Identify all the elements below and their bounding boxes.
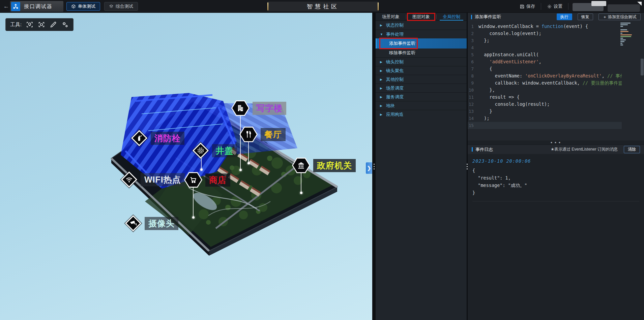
- run-button[interactable]: 执行: [557, 13, 572, 20]
- log-resize-handle[interactable]: ● ● ●: [468, 140, 644, 145]
- section-label: 其他控制: [386, 76, 404, 83]
- tab-label: 全局控制: [443, 14, 460, 20]
- clear-log-button[interactable]: 清除: [624, 146, 640, 153]
- layers-icon: [109, 4, 114, 9]
- manhole-icon[interactable]: [192, 142, 209, 159]
- marker-ground-dot: [247, 162, 250, 164]
- panel-section-group: ▶镜头聚焦: [376, 66, 467, 75]
- section-镜头控制[interactable]: ▶镜头控制: [376, 57, 467, 66]
- code-text: eventName: 'onClickOverlayByAreaResult',…: [478, 72, 622, 79]
- topbar-tab-综合测试[interactable]: 综合测试: [104, 2, 138, 11]
- map-marker-WIFI热点[interactable]: WIFI热点: [121, 171, 185, 188]
- topbar-tab-单体测试[interactable]: 单体测试: [66, 2, 100, 11]
- save-button[interactable]: 保存: [514, 3, 541, 10]
- code-text: }: [478, 108, 622, 115]
- minimap-line: [620, 34, 632, 35]
- map-toolbar: 工具:: [5, 18, 74, 31]
- code-text: [478, 122, 622, 129]
- locate-tool[interactable]: [26, 21, 33, 28]
- section-应用构造[interactable]: ▶应用构造: [376, 110, 467, 119]
- tab-全局控制[interactable]: 全局控制: [436, 13, 467, 21]
- section-label: 地块: [386, 103, 395, 109]
- restaurant-icon[interactable]: [239, 126, 258, 142]
- item-label: 移除事件监听: [389, 50, 415, 56]
- line-number: 7: [468, 65, 478, 72]
- gold-bar-right: [378, 2, 379, 10]
- section-状态控制[interactable]: ▶状态控制: [376, 21, 467, 30]
- section-事件处理[interactable]: ▼事件处理: [376, 30, 467, 38]
- log-timestamp: 2023-10-10 20:00:06: [472, 158, 639, 164]
- map-marker-label: 餐厅: [261, 128, 286, 141]
- section-场景调度[interactable]: ▶场景调度: [376, 84, 467, 92]
- topbar-tabs: 单体测试综合测试: [66, 2, 138, 11]
- editor-minimap[interactable]: [620, 23, 633, 46]
- section-地块[interactable]: ▶地块: [376, 101, 467, 110]
- line-number: 14: [468, 115, 478, 122]
- editor-scrollbar[interactable]: [641, 21, 644, 140]
- map-marker-消防栓[interactable]: 消防栓: [131, 130, 184, 147]
- panel-expand-button[interactable]: ❯: [366, 162, 372, 174]
- code-text: [478, 44, 622, 51]
- map-viewport[interactable]: 工具: 写字楼消防栓餐厅井盖政府机关WIFI热点商店摄像头 ❯: [0, 13, 372, 320]
- topbar-tab-label: 综合测试: [116, 3, 133, 9]
- map-marker-摄像头[interactable]: 摄像头: [125, 215, 178, 232]
- settings-tool[interactable]: [61, 21, 69, 28]
- section-其他控制[interactable]: ▶其他控制: [376, 75, 467, 84]
- line-number: 2: [468, 30, 478, 37]
- map-marker-商店[interactable]: 商店: [184, 172, 230, 188]
- panel-editor-drag-handle[interactable]: [467, 13, 468, 320]
- item-移除事件监听[interactable]: 移除事件监听: [376, 49, 467, 57]
- editor-title: 添加事件监听: [475, 14, 501, 20]
- line-number: 4: [468, 44, 478, 51]
- code-text: };: [478, 37, 622, 44]
- code-line: 4: [468, 44, 622, 51]
- event-log-header: 事件日志 ★表示通过 EventListener 订阅的消息 清除: [468, 145, 644, 154]
- map-marker-label: 政府机关: [313, 159, 356, 172]
- code-text: console.log(result);: [478, 101, 622, 108]
- line-number: 13: [468, 108, 478, 115]
- section-镜头聚焦[interactable]: ▶镜头聚焦: [376, 66, 467, 75]
- map-panel-drag-handle[interactable]: [372, 13, 376, 320]
- add-to-suite-button[interactable]: ＋ 添加至综合测试: [598, 13, 641, 20]
- section-label: 状态控制: [386, 22, 404, 28]
- header-accent-bar: [471, 15, 472, 19]
- topbar: ← 接口调试器 单体测试综合测试 智慧社区 保存设置帮助: [0, 0, 644, 13]
- code-editor[interactable]: 1window.eventCallback = function(event) …: [468, 21, 644, 140]
- fire-extinguisher-icon[interactable]: [131, 130, 148, 147]
- map-marker-政府机关[interactable]: 政府机关: [292, 157, 356, 173]
- tab-label: 图层对象: [412, 14, 430, 20]
- capture-tool[interactable]: [38, 21, 45, 28]
- office-building-icon[interactable]: [231, 100, 250, 116]
- settings-button[interactable]: 设置: [541, 3, 568, 10]
- item-添加事件监听[interactable]: 添加事件监听: [376, 38, 467, 49]
- minimap-line: [620, 36, 631, 37]
- government-icon[interactable]: [292, 157, 310, 173]
- action-label: 保存: [526, 3, 535, 9]
- reset-button[interactable]: 恢复: [578, 13, 593, 20]
- map-marker-餐厅[interactable]: 餐厅: [239, 126, 286, 142]
- map-marker-井盖[interactable]: 井盖: [192, 142, 237, 159]
- header-accent-bar: [472, 147, 473, 152]
- chevron-right-icon: ▶: [380, 78, 383, 81]
- minimap-line: [620, 23, 631, 24]
- section-label: 服务调度: [386, 94, 404, 100]
- code-line: 2 console.log(event);: [468, 30, 622, 37]
- code-text: {: [478, 65, 622, 72]
- scrollbar-thumb[interactable]: [641, 59, 644, 75]
- back-button[interactable]: ←: [3, 3, 9, 10]
- draw-tool[interactable]: [50, 21, 57, 28]
- editor-panel: 添加事件监听 执行 恢复 ＋ 添加至综合测试 1window.eventCall…: [468, 13, 644, 320]
- tab-场景对象[interactable]: 场景对象: [376, 13, 406, 21]
- map-marker-写字楼[interactable]: 写字楼: [231, 100, 286, 116]
- camera-icon[interactable]: [125, 215, 142, 232]
- code-line: 5 appInstance.uniCall(: [468, 51, 622, 58]
- code-text: window.eventCallback = function(event) {: [478, 23, 622, 30]
- tab-图层对象[interactable]: 图层对象: [406, 13, 436, 21]
- line-number: 1: [468, 23, 478, 30]
- log-entry: 2023-10-10 20:00:06{ "result": 1, "messa…: [472, 158, 639, 201]
- cart-icon[interactable]: [184, 172, 202, 188]
- wifi-icon[interactable]: [121, 171, 138, 188]
- section-服务调度[interactable]: ▶服务调度: [376, 92, 467, 101]
- marker-ground-dot: [239, 169, 242, 171]
- code-line: 9 callback: window.eventCallback, // 要注册…: [468, 79, 622, 87]
